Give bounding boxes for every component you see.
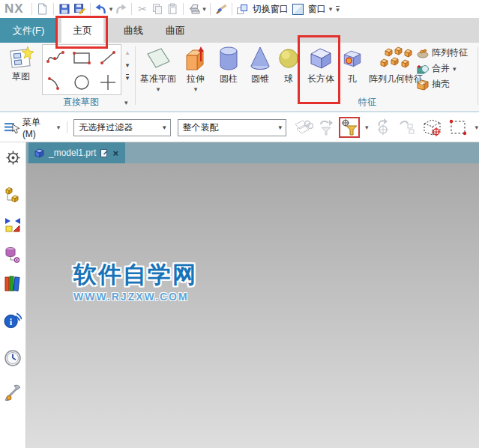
watermark-url: WWW.RJZXW.COM [73,291,197,303]
part-tab-label: _model1.prt [49,148,96,158]
graphics-window[interactable]: 软件自学网 WWW.RJZXW.COM [26,163,479,448]
resource-bar: i [0,142,26,448]
undo-dropdown-icon[interactable]: ▾ [109,5,113,13]
print-dropdown-icon[interactable]: ▾ [202,5,206,13]
cut-icon[interactable]: ✂ [135,1,150,16]
save-as-icon[interactable] [72,1,87,16]
direct-sketch-group-dropdown-icon[interactable]: ▾ [124,99,128,106]
window-label[interactable]: 窗口 [308,3,326,16]
point-icon[interactable] [94,70,121,94]
sketch-icon [8,45,34,70]
menu-button[interactable]: 菜单(M) ▾ [4,116,61,139]
cylinder-button[interactable]: 圆柱 [214,44,243,85]
paste-icon[interactable] [165,1,180,16]
rectangle-select-icon[interactable] [448,118,469,136]
arc-icon[interactable] [43,70,69,94]
feature-small-column: 阵列特征 合并 ▾ 抽壳 [417,46,468,91]
save-icon[interactable] [57,1,72,16]
nx-application-window: NX ▾ ✂ ▾ [0,0,479,448]
switch-window-icon[interactable] [235,1,250,16]
tab-curve[interactable]: 曲线 [112,18,154,43]
part-tab[interactable]: _model1.prt × [28,142,125,163]
ribbon-tab-row: 文件(F) 主页 曲线 曲面 [0,18,479,43]
snap-point-filter-icon[interactable] [339,117,360,138]
sphere-button[interactable]: 球 [277,44,300,85]
roles-icon[interactable] [4,384,22,402]
gallery-expand-icon[interactable]: ▾ [126,74,130,82]
gallery-scroll-up-icon[interactable]: ▴ [126,49,130,56]
sequence-icon[interactable] [397,118,417,136]
line-icon[interactable] [94,45,121,70]
unite-dropdown-icon[interactable]: ▾ [453,65,457,73]
selection-filter-dropdown[interactable]: 无选择过滤器 ▾ [73,119,170,136]
sketch-button[interactable]: 草图 [3,45,39,83]
copy-icon[interactable] [150,1,165,16]
modified-icon [100,148,109,158]
hole-icon [342,46,363,71]
format-brush-icon[interactable] [214,1,229,16]
tab-surface[interactable]: 曲面 [154,18,196,43]
svg-text:i: i [10,317,13,327]
part-tab-close-icon[interactable]: × [112,148,118,159]
unite-button[interactable]: 合并 ▾ [417,62,468,75]
separator [183,3,184,15]
assembly-navigator-icon[interactable] [4,186,22,204]
window-dropdown-icon[interactable]: ▾ [329,5,333,13]
watermark-title: 软件自学网 [73,259,197,291]
customize-quick-access-icon[interactable]: ▾ [336,6,340,13]
datum-plane-dropdown-icon[interactable]: ▾ [139,86,177,92]
extrude-dropdown-icon[interactable]: ▾ [180,86,211,92]
separator [232,3,232,15]
snap-dropdown-icon[interactable]: ▾ [365,124,369,131]
selection-tools: ▾ ▾ [294,117,479,138]
tab-home[interactable]: 主页 [61,18,103,43]
hole-button[interactable]: 孔 [342,44,363,85]
print-icon[interactable] [187,1,202,16]
gallery-scroll-down-icon[interactable]: ▾ [126,61,130,69]
shell-button[interactable]: 抽壳 [417,78,468,91]
cone-button[interactable]: 圆锥 [246,44,274,85]
window-icon[interactable] [291,1,306,16]
new-file-icon[interactable] [35,1,50,16]
select-dropdown-icon[interactable]: ▾ [475,124,478,131]
filter-back-icon[interactable] [318,118,334,136]
block-icon [307,45,334,72]
separator [210,3,211,15]
extrude-icon [183,45,208,72]
block-button[interactable]: 长方体 [303,44,339,85]
gallery-scroll-arrows: ▴ ▾ ▾ [122,49,133,82]
reuse-library-icon[interactable] [4,274,22,292]
pattern-feature-button[interactable]: 阵列特征 [417,46,468,59]
dropdown-arrow-icon: ▾ [274,124,286,131]
datum-plane-button[interactable]: 基准平面 ▾ [139,44,177,92]
separator [67,121,67,133]
undo-icon[interactable] [94,1,109,16]
circle-icon[interactable] [69,70,95,94]
direct-sketch-gallery [42,44,121,95]
menu-label: 菜单(M) [22,116,54,139]
highlight-related-icon[interactable] [294,118,313,136]
history-icon[interactable] [4,349,22,367]
sphere-icon [277,46,300,71]
rectangle-icon[interactable] [69,45,95,70]
navigator-gear-icon[interactable] [4,148,22,166]
database-navigator-icon[interactable] [4,246,22,264]
extrude-button[interactable]: 拉伸 ▾ [180,44,211,92]
shell-icon [417,79,429,91]
tab-file[interactable]: 文件(F) [0,18,57,43]
bounded-cube-select-icon[interactable] [421,118,444,137]
separator [31,3,32,15]
quick-access-toolbar: NX ▾ ✂ ▾ [0,0,479,18]
part-tab-strip: _model1.prt × [26,142,479,163]
constraint-navigator-icon[interactable] [4,216,22,234]
menu-dropdown-icon: ▾ [57,124,61,131]
menu-icon [4,121,20,134]
studio-spline-icon[interactable] [43,45,69,70]
hd3d-info-icon[interactable]: i [4,312,22,330]
ribbon-home: 草图 ▴ ▾ ▾ [0,43,479,112]
redo-icon[interactable] [113,1,128,16]
pattern-feature-icon [417,48,429,58]
selection-scope-dropdown[interactable]: 整个装配 ▾ [178,119,286,136]
reset-orient-icon[interactable] [373,118,393,136]
switch-window-label[interactable]: 切换窗口 [253,3,289,16]
